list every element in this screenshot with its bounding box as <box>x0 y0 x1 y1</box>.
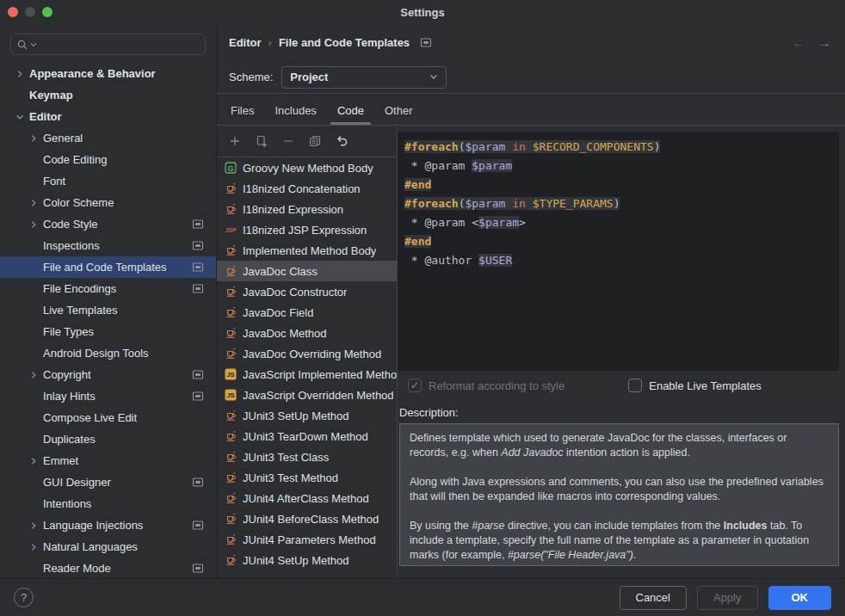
template-item[interactable]: JavaDoc Constructor <box>217 281 397 302</box>
template-item-label: JavaDoc Overriding Method <box>243 348 381 360</box>
sidebar-item-emmet[interactable]: Emmet <box>0 450 216 471</box>
jsp-file-icon: JSP <box>224 223 237 237</box>
sidebar-item-keymap[interactable]: Keymap <box>0 84 216 106</box>
template-item[interactable]: JSJavaScript Implemented Method Body <box>217 364 397 385</box>
sidebar-item-label: Emmet <box>0 454 78 467</box>
java-class-icon <box>224 264 237 278</box>
code-line: * @param $param <box>404 157 832 176</box>
java-class-icon <box>224 202 237 216</box>
search-input[interactable] <box>39 38 200 51</box>
reformat-checkbox[interactable]: ✓ <box>408 379 422 392</box>
template-item[interactable]: GGroovy New Method Body <box>217 157 397 178</box>
sidebar-item-color-scheme[interactable]: Color Scheme <box>0 192 216 213</box>
template-item-label: Implemented Method Body <box>243 244 376 257</box>
template-item[interactable]: JavaDoc Overriding Method <box>217 343 397 364</box>
sidebar-item-compose-live-edit[interactable]: Compose Live Edit <box>0 407 216 428</box>
live-templates-option: Enable Live Templates <box>628 379 762 392</box>
template-item[interactable]: JavaDoc Field <box>217 302 397 323</box>
monitor-icon <box>192 262 204 273</box>
sidebar-item-label: Compose Live Edit <box>0 411 137 424</box>
sidebar-item-gui-designer[interactable]: GUI Designer <box>0 471 216 493</box>
java-class-icon <box>224 553 237 567</box>
duplicate-template-button[interactable] <box>305 131 325 151</box>
template-item[interactable]: Implemented Method Body <box>217 240 397 261</box>
ok-button[interactable]: OK <box>768 586 832 610</box>
description-paragraph: Along with Java expressions and comments… <box>410 475 829 504</box>
template-item[interactable]: JUnit3 Test Class <box>217 447 397 467</box>
template-item[interactable]: JUnit4 AfterClass Method <box>217 488 397 508</box>
reset-template-button[interactable] <box>331 131 352 151</box>
sidebar-item-inspections[interactable]: Inspections <box>0 235 216 256</box>
breadcrumb-editor[interactable]: Editor <box>229 36 262 49</box>
tab-other[interactable]: Other <box>376 97 422 125</box>
tab-files[interactable]: Files <box>222 97 262 125</box>
javascript-file-icon: JS <box>224 388 237 402</box>
footer-bar: ? Cancel Apply OK <box>0 578 845 616</box>
sidebar-item-copyright[interactable]: Copyright <box>0 364 216 385</box>
template-item[interactable]: JUnit3 SetUp Method <box>217 405 397 426</box>
sidebar-item-file-and-code-templates[interactable]: File and Code Templates <box>0 256 216 278</box>
sidebar-item-live-templates[interactable]: Live Templates <box>0 299 216 321</box>
sidebar-item-intentions[interactable]: Intentions <box>0 493 216 514</box>
sidebar-item-code-editing[interactable]: Code Editing <box>0 149 216 170</box>
groovy-file-icon: G <box>224 161 237 175</box>
search-icon <box>16 39 28 51</box>
copy-template-button[interactable] <box>251 131 272 151</box>
sidebar-item-reader-mode[interactable]: Reader Mode <box>0 557 216 578</box>
template-item[interactable]: JSJavaScript Overridden Method Body <box>217 385 397 405</box>
sidebar-item-inlay-hints[interactable]: Inlay Hints <box>0 385 216 407</box>
sidebar-item-general[interactable]: General <box>0 127 216 149</box>
code-line: #end <box>404 232 832 251</box>
sidebar-item-label: Live Templates <box>0 304 117 317</box>
template-item[interactable]: JUnit4 SetUp Method <box>217 550 397 570</box>
sidebar-item-label: File and Code Templates <box>0 261 167 274</box>
svg-text:JS: JS <box>226 371 234 379</box>
plus-icon <box>228 134 242 148</box>
java-class-icon <box>224 182 237 195</box>
tab-includes[interactable]: Includes <box>266 97 324 125</box>
template-item[interactable]: JavaDoc Method <box>217 323 397 343</box>
sidebar-item-label: Keymap <box>0 89 73 102</box>
chevron-right-icon <box>29 134 38 143</box>
sidebar-item-duplicates[interactable]: Duplicates <box>0 428 216 450</box>
template-item[interactable]: I18nized Concatenation <box>217 178 397 199</box>
sidebar-item-label: Android Design Tools <box>0 347 149 360</box>
minus-icon <box>281 134 295 148</box>
template-item[interactable]: I18nized Expression <box>217 199 397 219</box>
chevron-right-icon <box>29 371 38 379</box>
tab-code[interactable]: Code <box>329 97 373 125</box>
template-item[interactable]: JUnit4 BeforeClass Method <box>217 508 397 529</box>
add-template-button[interactable] <box>225 131 245 151</box>
help-button[interactable]: ? <box>14 588 34 607</box>
reformat-label: Reformat according to style <box>429 379 564 392</box>
sidebar-item-natural-languages[interactable]: Natural Languages <box>0 536 216 557</box>
sidebar-item-label: Inspections <box>0 239 100 252</box>
sidebar-item-file-encodings[interactable]: File Encodings <box>0 278 216 299</box>
back-icon[interactable]: ← <box>792 36 805 50</box>
sidebar-item-language-injections[interactable]: Language Injections <box>0 514 216 536</box>
template-item[interactable]: JUnit3 TearDown Method <box>217 426 397 447</box>
remove-template-button[interactable] <box>278 131 299 151</box>
template-editor[interactable]: #foreach($param in $RECORD_COMPONENTS) *… <box>398 132 839 371</box>
template-item[interactable]: JavaDoc Class <box>217 261 397 281</box>
template-item[interactable]: JUnit3 Test Method <box>217 467 397 488</box>
template-item[interactable]: JUnit4 Parameters Method <box>217 529 397 550</box>
scheme-label: Scheme: <box>229 71 273 83</box>
title-bar: Settings <box>0 0 845 24</box>
cancel-button[interactable]: Cancel <box>620 586 687 610</box>
sidebar-item-android-design-tools[interactable]: Android Design Tools <box>0 342 216 364</box>
sidebar-item-editor[interactable]: Editor <box>0 106 216 127</box>
chevron-right-icon <box>29 220 38 229</box>
sidebar-item-file-types[interactable]: File Types <box>0 321 216 342</box>
sidebar-item-code-style[interactable]: Code Style <box>0 213 216 235</box>
java-class-icon <box>224 471 237 484</box>
live-templates-checkbox[interactable] <box>628 379 642 392</box>
forward-icon[interactable]: → <box>817 36 831 50</box>
template-item[interactable]: JSPI18nized JSP Expression <box>217 219 397 240</box>
monitor-icon <box>192 283 204 294</box>
apply-button[interactable]: Apply <box>697 586 758 610</box>
scheme-select[interactable]: Project <box>281 66 447 89</box>
sidebar-item-font[interactable]: Font <box>0 170 216 192</box>
sidebar-item-appearance-behavior[interactable]: Appearance & Behavior <box>0 63 216 84</box>
search-field[interactable] <box>10 34 206 55</box>
